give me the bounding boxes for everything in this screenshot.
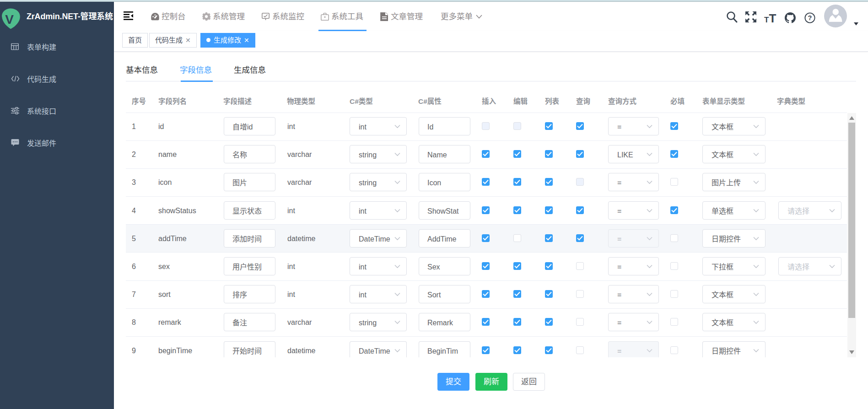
svg-text:V: V (5, 12, 14, 27)
svg-text:?: ? (808, 14, 812, 22)
